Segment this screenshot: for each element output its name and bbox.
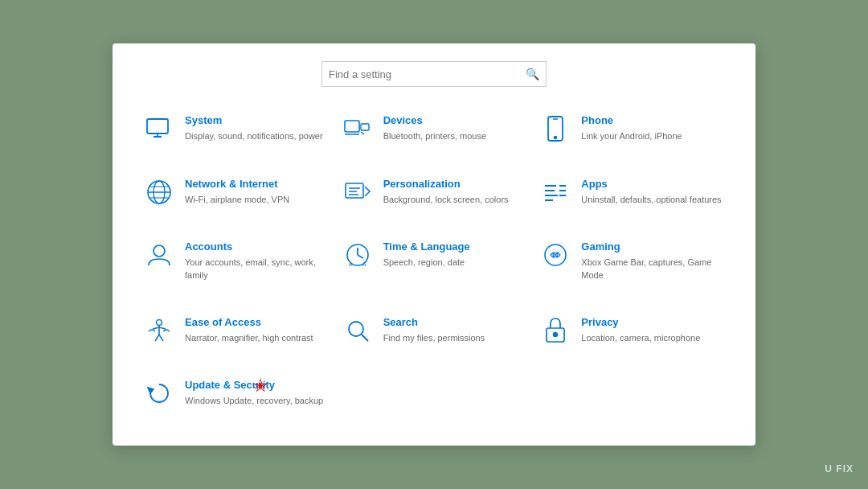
sidebar-item-update[interactable]: Update & Security Windows Update, recove…	[137, 366, 335, 429]
svg-line-29	[358, 255, 363, 258]
system-icon	[145, 114, 174, 143]
devices-icon	[343, 114, 372, 143]
personalization-title: Personalization	[383, 178, 526, 191]
privacy-title: Privacy	[581, 316, 723, 330]
apps-icon	[541, 178, 570, 207]
ease-desc: Narrator, magnifier, high contrast	[185, 332, 327, 344]
privacy-icon	[541, 316, 570, 345]
time-icon: A A	[343, 240, 372, 269]
sidebar-item-time[interactable]: A A Time & Language Speech, region, date	[335, 228, 534, 302]
system-title: System	[185, 114, 327, 128]
ease-icon	[145, 316, 174, 345]
svg-line-6	[361, 132, 364, 134]
network-desc: Wi-Fi, airplane mode, VPN	[185, 194, 327, 206]
sidebar-item-devices[interactable]: Devices Bluetooth, printers, mouse	[335, 101, 534, 165]
search-settings-icon	[343, 316, 372, 345]
update-title: Update & Security	[185, 379, 327, 392]
privacy-desc: Location, camera, microphone	[581, 332, 723, 344]
sidebar-item-apps[interactable]: Apps Uninstall, defaults, optional featu…	[533, 165, 731, 228]
accounts-title: Accounts	[185, 240, 327, 254]
update-desc: Windows Update, recovery, backup	[185, 395, 327, 407]
time-desc: Speech, region, date	[383, 257, 526, 269]
svg-point-9	[555, 137, 557, 139]
svg-rect-4	[361, 124, 369, 130]
apps-desc: Uninstall, defaults, optional features	[581, 194, 723, 206]
sidebar-item-ease[interactable]: Ease of Access Narrator, magnifier, high…	[137, 303, 335, 367]
gaming-icon	[541, 240, 570, 269]
sidebar-item-gaming[interactable]: Gaming Xbox Game Bar, captures, Game Mod…	[533, 228, 731, 302]
network-icon	[145, 178, 174, 207]
svg-line-39	[362, 335, 368, 341]
time-title: Time & Language	[383, 240, 526, 254]
svg-marker-42	[148, 388, 154, 393]
sidebar-item-accounts[interactable]: Accounts Your accounts, email, sync, wor…	[137, 228, 335, 302]
svg-line-37	[159, 335, 163, 341]
accounts-desc: Your accounts, email, sync, work, family	[185, 257, 327, 281]
search-bar-area: 🔍	[113, 43, 755, 101]
svg-text:A: A	[362, 261, 366, 267]
phone-icon	[541, 114, 570, 143]
svg-text:A: A	[349, 261, 353, 267]
settings-grid: System Display, sound, notifications, po…	[113, 101, 755, 446]
devices-title: Devices	[383, 114, 526, 128]
search-bar[interactable]: 🔍	[321, 61, 547, 87]
gaming-desc: Xbox Game Bar, captures, Game Mode	[581, 257, 723, 281]
devices-desc: Bluetooth, printers, mouse	[383, 130, 526, 142]
settings-window: 🔍 System Display, sound, notifications, …	[113, 43, 755, 446]
svg-rect-3	[345, 121, 359, 132]
apps-title: Apps	[581, 178, 723, 191]
personalization-icon	[343, 178, 372, 207]
search-input[interactable]	[329, 68, 526, 80]
sidebar-item-phone[interactable]: Phone Link your Android, iPhone	[533, 101, 731, 165]
phone-desc: Link your Android, iPhone	[581, 130, 723, 142]
sidebar-item-privacy[interactable]: Privacy Location, camera, microphone	[533, 303, 731, 367]
search-icon: 🔍	[526, 68, 539, 80]
gaming-title: Gaming	[581, 240, 723, 254]
svg-point-34	[157, 319, 162, 325]
sidebar-item-network[interactable]: Network & Internet Wi-Fi, airplane mode,…	[137, 165, 335, 228]
ease-title: Ease of Access	[185, 316, 327, 330]
sidebar-item-personalization[interactable]: Personalization Background, lock screen,…	[335, 165, 534, 228]
system-desc: Display, sound, notifications, power	[185, 130, 327, 142]
svg-rect-0	[147, 119, 168, 134]
svg-point-41	[554, 332, 558, 336]
phone-title: Phone	[581, 114, 723, 128]
personalization-desc: Background, lock screen, colors	[383, 194, 526, 206]
svg-point-26	[154, 245, 165, 257]
sidebar-item-search[interactable]: Search Find my files, permissions	[335, 303, 534, 367]
update-icon	[145, 379, 174, 408]
watermark: U FIX	[825, 463, 854, 475]
svg-point-38	[349, 322, 363, 336]
accounts-icon	[145, 240, 174, 269]
network-title: Network & Internet	[185, 178, 327, 191]
sidebar-item-system[interactable]: System Display, sound, notifications, po…	[137, 101, 335, 165]
search-settings-desc: Find my files, permissions	[383, 332, 526, 344]
svg-rect-15	[346, 183, 363, 198]
svg-line-36	[155, 335, 159, 341]
search-settings-title: Search	[383, 316, 526, 330]
